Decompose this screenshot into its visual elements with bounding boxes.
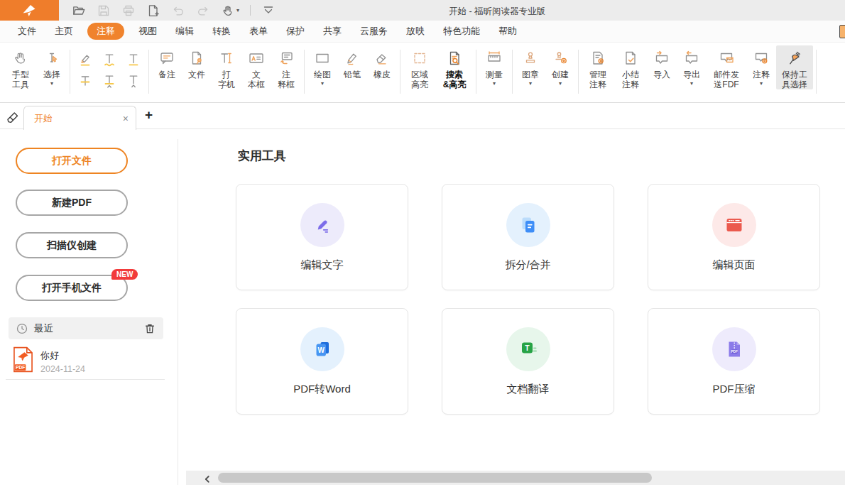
ribbon-search-highlight[interactable]: 搜索 &高亮 bbox=[436, 45, 473, 89]
ribbon-note[interactable]: 备注 bbox=[152, 45, 182, 80]
recent-file-item[interactable]: PDF 你好 2024-11-24 bbox=[13, 346, 165, 374]
menu-tab-comment[interactable]: 注释 bbox=[87, 23, 124, 40]
new-document-icon[interactable] bbox=[146, 4, 160, 18]
typewriter-icon bbox=[218, 47, 235, 70]
ribbon-area-highlight[interactable]: 区域 高亮 bbox=[403, 45, 436, 89]
menu-tab-help[interactable]: 帮助 bbox=[498, 25, 517, 38]
chevron-left-icon[interactable] bbox=[203, 473, 212, 486]
ribbon-item-label: 管理 注释 bbox=[589, 70, 606, 89]
menu-tab-features[interactable]: 特色功能 bbox=[443, 25, 480, 38]
highlight-icon[interactable] bbox=[76, 50, 94, 68]
ribbon-item-label: 绘图 bbox=[314, 70, 331, 80]
ribbon-item-label: 打 字机 bbox=[218, 70, 235, 89]
ribbon-separator bbox=[148, 50, 149, 94]
ribbon-separator bbox=[816, 50, 817, 94]
tab-start-label: 开始 bbox=[34, 112, 53, 125]
menu-tab-cloud[interactable]: 云服务 bbox=[360, 25, 388, 38]
ribbon-group-notes: 备注 文件 打 字机 文 本框 bbox=[152, 45, 301, 89]
split-merge-icon bbox=[506, 203, 550, 247]
ribbon-group-drawing: 绘图 ▾ 铅笔 橡皮 bbox=[307, 45, 397, 87]
ribbon-hand-tool[interactable]: 手型 工具 bbox=[4, 45, 37, 89]
menu-tab-form[interactable]: 表单 bbox=[249, 25, 268, 38]
close-icon[interactable]: × bbox=[123, 114, 129, 124]
ribbon-stamp[interactable]: 图章 ▾ bbox=[516, 45, 545, 87]
menu-tab-home[interactable]: 主页 bbox=[55, 25, 73, 38]
caret-down-icon: ▾ bbox=[559, 80, 562, 87]
card-edit-pages[interactable]: 编辑页面 bbox=[648, 184, 820, 290]
caret-down-icon: ▾ bbox=[321, 80, 324, 87]
card-pdf-compress[interactable]: PDF PDF压缩 bbox=[648, 308, 820, 415]
ribbon-export-comments[interactable]: 导出 ▾ bbox=[677, 45, 707, 87]
recent-item-divider bbox=[6, 379, 165, 380]
ribbon-create-stamp[interactable]: 创建 ▾ bbox=[545, 45, 575, 87]
hand-icon bbox=[12, 47, 29, 70]
menu-tab-share[interactable]: 共享 bbox=[323, 25, 342, 38]
note-icon bbox=[158, 47, 175, 70]
ribbon-eraser[interactable]: 橡皮 bbox=[367, 45, 397, 80]
ribbon-select-tool[interactable]: 选择 ▾ bbox=[37, 45, 67, 87]
new-tab-button[interactable]: + bbox=[145, 107, 153, 123]
ribbon-pencil[interactable]: 铅笔 bbox=[337, 45, 367, 80]
open-file-icon[interactable] bbox=[72, 4, 86, 18]
ribbon-drawing[interactable]: 绘图 ▾ bbox=[307, 45, 337, 87]
ribbon-comment-settings[interactable]: 注释 ▾ bbox=[746, 45, 776, 87]
clock-icon bbox=[16, 322, 28, 335]
keep-tool-selected-icon bbox=[786, 47, 803, 70]
underline-icon[interactable] bbox=[124, 50, 143, 68]
open-file-button[interactable]: 打开文件 bbox=[16, 148, 128, 174]
ribbon-group-comments: 管理 注释 小结 注释 导入 导出 ▾ bbox=[582, 45, 813, 89]
menu-tab-file[interactable]: 文件 bbox=[18, 25, 36, 38]
foxit-logo[interactable] bbox=[0, 0, 59, 21]
ribbon-separator bbox=[304, 50, 305, 94]
save-icon bbox=[97, 4, 111, 18]
create-stamp-icon bbox=[552, 47, 569, 70]
menu-tab-view[interactable]: 视图 bbox=[138, 25, 157, 38]
hand-tool-icon[interactable]: ▾ bbox=[221, 4, 239, 18]
tab-start[interactable]: 开始 × bbox=[23, 106, 136, 130]
ribbon-textbox[interactable]: 文 本框 bbox=[241, 45, 271, 89]
trash-icon[interactable] bbox=[143, 322, 156, 335]
card-label: 拆分/合并 bbox=[505, 258, 550, 272]
card-label: PDF转Word bbox=[293, 383, 351, 396]
scrollbar-thumb[interactable] bbox=[218, 473, 652, 483]
card-label: 编辑文字 bbox=[301, 258, 344, 272]
squiggly-underline-icon[interactable] bbox=[100, 50, 119, 68]
ribbon-keep-tool-selected[interactable]: 保持工 具选择 bbox=[776, 45, 813, 89]
ribbon-typewriter[interactable]: 打 字机 bbox=[212, 45, 241, 89]
eraser-tool-icon[interactable] bbox=[6, 109, 21, 127]
strikeout-icon[interactable] bbox=[76, 71, 94, 89]
menu-tab-protect[interactable]: 保护 bbox=[286, 25, 305, 38]
insert-text-icon[interactable] bbox=[124, 71, 143, 89]
ribbon-summary-comments[interactable]: 小结 注释 bbox=[614, 45, 647, 89]
titlebar: ▾ 开始 - 福昕阅读器专业版 bbox=[0, 0, 845, 21]
drawing-icon bbox=[314, 47, 331, 70]
recent-file-date: 2024-11-24 bbox=[40, 364, 85, 374]
menu-tab-present[interactable]: 放映 bbox=[406, 25, 425, 38]
ribbon-item-label: 小结 注释 bbox=[622, 70, 639, 89]
new-pdf-button[interactable]: 新建PDF bbox=[16, 190, 128, 216]
horizontal-scrollbar[interactable] bbox=[186, 471, 845, 485]
ribbon-item-label: 铅笔 bbox=[344, 70, 361, 80]
menu-tab-convert[interactable]: 转换 bbox=[212, 25, 231, 38]
card-split-merge[interactable]: 拆分/合并 bbox=[442, 184, 614, 290]
svg-text:T: T bbox=[525, 344, 530, 352]
ribbon-file-attachment[interactable]: 文件 bbox=[182, 45, 212, 80]
ribbon-import-comments[interactable]: 导入 bbox=[647, 45, 677, 80]
ribbon-separator bbox=[578, 50, 579, 94]
card-label: 文档翻译 bbox=[507, 383, 550, 396]
stamp-icon bbox=[522, 47, 539, 70]
scanner-create-button[interactable]: 扫描仪创建 bbox=[16, 232, 128, 258]
recent-section-header: 最近 bbox=[9, 317, 163, 339]
card-edit-text[interactable]: 编辑文字 bbox=[236, 184, 408, 290]
customize-toolbar-icon[interactable] bbox=[261, 4, 276, 18]
ribbon-measure[interactable]: 测量 ▾ bbox=[479, 45, 509, 87]
card-translate[interactable]: T 文档翻译 bbox=[442, 308, 614, 415]
ribbon-callout[interactable]: 注 释框 bbox=[271, 45, 301, 89]
ribbon-toolbar: 手型 工具 选择 ▾ bbox=[0, 43, 845, 103]
print-icon bbox=[121, 4, 136, 18]
menu-tab-edit[interactable]: 编辑 bbox=[175, 25, 194, 38]
card-pdf-to-word[interactable]: W PDF转Word bbox=[236, 308, 408, 415]
ribbon-email-fdf[interactable]: 邮件发 送FDF bbox=[707, 45, 746, 89]
ribbon-manage-comments[interactable]: 管理 注释 bbox=[582, 45, 614, 89]
replace-text-icon[interactable] bbox=[100, 71, 119, 89]
